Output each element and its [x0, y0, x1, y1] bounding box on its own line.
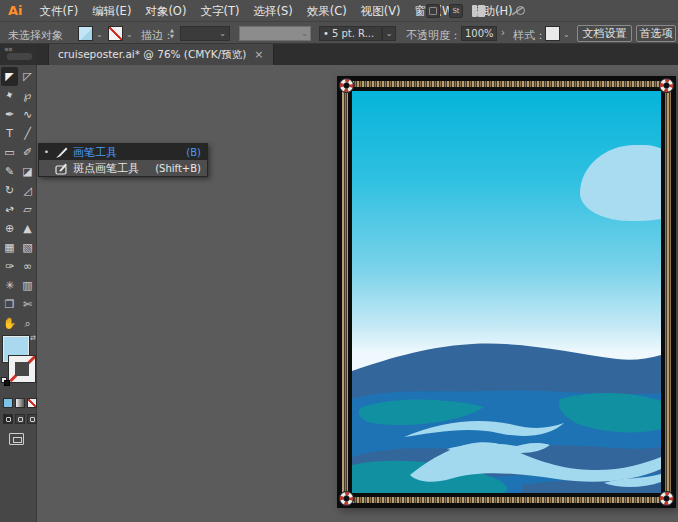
scale-tool[interactable]: ◿ [19, 181, 36, 200]
slice-tool[interactable]: ✄ [19, 295, 36, 314]
menu-object[interactable]: 对象(O) [138, 0, 193, 22]
type-tool-icon: T [6, 127, 13, 140]
draw-behind-button[interactable] [15, 414, 25, 424]
poster-artboard[interactable] [337, 76, 676, 508]
adobe-stock-icon[interactable]: St [449, 4, 463, 18]
pen-tool[interactable]: ✒ [1, 105, 18, 124]
canvas-pasteboard[interactable] [37, 65, 678, 522]
document-setup-button[interactable]: 文档设置 [577, 25, 632, 42]
chevron-down-icon: ⌄ [219, 30, 226, 38]
bridge-icon[interactable] [426, 4, 440, 18]
chevron-down-icon[interactable]: ⌄ [495, 7, 502, 15]
gradient-tool-icon: ▧ [22, 241, 32, 254]
screen-mode-button[interactable] [9, 433, 24, 445]
slice-tool-icon: ✄ [23, 298, 32, 311]
document-tab[interactable]: cruiseposter.ai* @ 76% (CMYK/预览) × [48, 44, 274, 65]
column-graph-tool[interactable]: ▥ [19, 276, 36, 295]
swap-fill-stroke-icon[interactable]: ⇄ [30, 334, 36, 342]
rectangle-tool[interactable]: ▭ [1, 143, 18, 162]
stroke-color-control[interactable] [9, 356, 35, 382]
width-tool[interactable]: ↔ [1, 200, 18, 219]
line-segment-tool[interactable]: ╱ [19, 124, 36, 143]
stroke-color-swatch[interactable] [108, 26, 123, 41]
chevron-down-icon[interactable]: ⌄ [126, 30, 133, 39]
draw-normal-button[interactable] [3, 414, 13, 424]
opacity-input[interactable]: 100% [461, 26, 497, 41]
eyedropper-tool[interactable]: ✑ [1, 257, 18, 276]
lasso-tool[interactable]: ℘ [19, 86, 36, 105]
eraser-tool[interactable]: ◪ [19, 162, 36, 181]
artboard-tool-icon: ❐ [5, 298, 15, 311]
menu-type[interactable]: 文字(T) [193, 0, 246, 22]
poster-artwork[interactable] [352, 91, 661, 493]
flyout-item-shortcut: (Shift+B) [155, 163, 201, 174]
menu-file[interactable]: 文件(F) [33, 0, 86, 22]
magic-wand-tool[interactable]: ✦ [1, 86, 18, 105]
artboard-tool[interactable]: ❐ [1, 295, 18, 314]
curvature-tool[interactable]: ∿ [19, 105, 36, 124]
symbol-sprayer-tool[interactable]: ✳ [1, 276, 18, 295]
draw-inside-button[interactable] [27, 414, 37, 424]
default-fill-stroke-icon[interactable] [1, 377, 10, 386]
perspective-grid-tool-icon: ▲ [23, 222, 31, 235]
brush-dropdown-button[interactable]: ⌄ [382, 26, 396, 41]
close-icon[interactable]: × [254, 48, 263, 61]
opacity-more-icon[interactable]: › [501, 27, 505, 38]
mesh-tool-icon: ▦ [4, 241, 14, 254]
panel-grip[interactable] [7, 53, 32, 60]
tool-grid: ◤ ◸ ✦ ℘ ✒ ∿ T ╱ ▭ ✐ ✎ ◪ ↻ ◿ ↔ ▱ ⊕ ▲ ▦ ▧ … [0, 65, 36, 333]
style-swatch[interactable] [545, 26, 560, 41]
cloud-shape [580, 145, 661, 221]
lasso-tool-icon: ℘ [24, 89, 32, 102]
stroke-weight-dropdown[interactable]: ⌄ [180, 26, 230, 41]
current-tool-bullet: • [43, 147, 50, 157]
menu-select[interactable]: 选择(S) [246, 0, 299, 22]
rotate-tool[interactable]: ↻ [1, 181, 18, 200]
menu-edit[interactable]: 编辑(E) [85, 0, 138, 22]
stepper-down-icon[interactable]: ▼ [170, 34, 174, 39]
width-profile-dropdown[interactable]: ⌄ [239, 26, 311, 41]
paintbrush-tool[interactable]: ✐ [19, 143, 36, 162]
preferences-button[interactable]: 首选项 [636, 25, 676, 42]
stroke-weight-stepper[interactable]: ▲ ▼ [170, 28, 174, 39]
column-graph-tool-icon: ▥ [22, 279, 32, 292]
mesh-tool[interactable]: ▦ [1, 238, 18, 257]
perspective-grid-tool[interactable]: ▲ [19, 219, 36, 238]
gpu-performance-icon[interactable] [511, 4, 525, 18]
pencil-tool-icon: ✎ [5, 165, 14, 178]
illustrator-window: Ai 文件(F) 编辑(E) 对象(O) 文字(T) 选择(S) 效果(C) 视… [0, 0, 678, 522]
fill-color-swatch[interactable] [78, 26, 93, 41]
flyout-item-label: 斑点画笔工具 [73, 161, 150, 176]
drawing-modes-row [0, 414, 37, 424]
workspace-switcher-icon[interactable] [472, 5, 486, 17]
symbol-sprayer-tool-icon: ✳ [5, 279, 14, 292]
type-tool[interactable]: T [1, 124, 18, 143]
flyout-item-paintbrush[interactable]: • 画笔工具 (B) [39, 144, 207, 160]
document-tab-title: cruiseposter.ai* @ 76% (CMYK/预览) [58, 48, 246, 62]
blend-tool[interactable]: ∞ [19, 257, 36, 276]
chevron-down-icon[interactable]: ⌄ [563, 30, 570, 39]
none-mode-button[interactable] [27, 398, 37, 408]
zoom-tool[interactable]: ⌕ [19, 314, 36, 333]
control-bar: 未选择对象 ⌄ ⌄ 描边： ▲ ▼ ⌄ ⌄ • 5 pt. R... ⌄ 不透明… [0, 22, 678, 44]
direct-selection-tool[interactable]: ◸ [19, 67, 36, 86]
brush-definition-dropdown[interactable]: • 5 pt. R... [319, 26, 382, 41]
hand-tool[interactable]: ✋ [1, 314, 18, 333]
color-mode-button[interactable] [3, 398, 13, 408]
free-transform-tool[interactable]: ▱ [19, 200, 36, 219]
blend-tool-icon: ∞ [23, 260, 32, 273]
gradient-tool[interactable]: ▧ [19, 238, 36, 257]
menu-bar: Ai 文件(F) 编辑(E) 对象(O) 文字(T) 选择(S) 效果(C) 视… [0, 0, 678, 22]
chevron-down-icon: ⌄ [301, 30, 308, 38]
selection-tool-icon: ◤ [5, 70, 13, 83]
gradient-mode-button[interactable] [15, 398, 25, 408]
pencil-tool[interactable]: ✎ [1, 162, 18, 181]
menu-effect[interactable]: 效果(C) [300, 0, 354, 22]
menu-view[interactable]: 视图(V) [354, 0, 408, 22]
flyout-item-blob-brush[interactable]: 斑点画笔工具 (Shift+B) [39, 160, 207, 176]
selection-tool[interactable]: ◤ [1, 67, 18, 86]
brush-tool-flyout: • 画笔工具 (B) 斑点画笔工具 (Shift+B) [38, 143, 208, 177]
tools-panel-header: «« [0, 44, 37, 65]
shape-builder-tool[interactable]: ⊕ [1, 219, 18, 238]
chevron-down-icon[interactable]: ⌄ [96, 30, 103, 39]
